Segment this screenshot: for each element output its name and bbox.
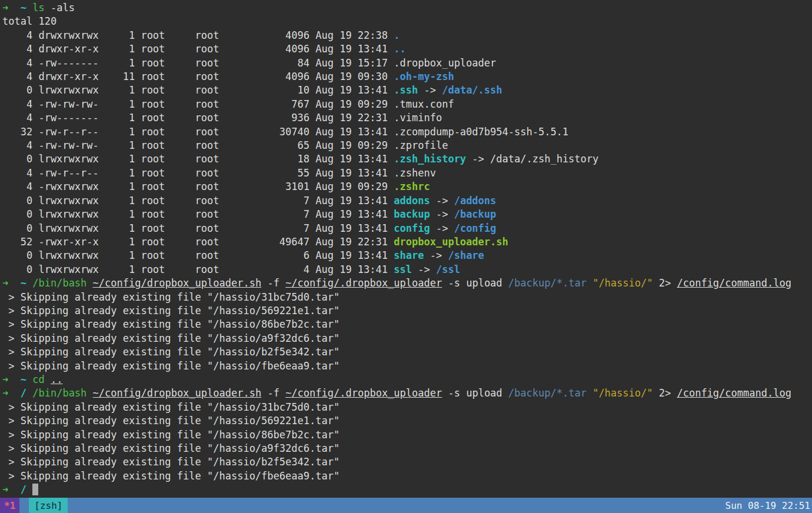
terminal-text [587, 387, 593, 399]
terminal-text: cd [32, 374, 44, 385]
file-name: ssl [394, 264, 412, 275]
terminal-line: total 120 [2, 15, 812, 28]
file-list-row: 0 lrwxrwxrwx 1 root root 7 Aug 19 13:41 … [2, 194, 812, 208]
terminal-text [26, 484, 32, 495]
terminal-text: -als [45, 2, 75, 14]
file-name: .oh-my-zsh [394, 71, 454, 82]
terminal-text: > Skipping already existing file "/hassi… [2, 470, 340, 482]
file-attributes: 0 lrwxrwxrwx 1 root root 7 Aug 19 13:41 [2, 208, 394, 220]
terminal-text [26, 387, 32, 399]
terminal-line: > Skipping already existing file "/hassi… [2, 401, 812, 414]
terminal-text: -s upload [442, 277, 508, 289]
terminal-text: ~/config/.dropbox_uploader [285, 277, 442, 289]
terminal-text: > Skipping already existing file "/hassi… [2, 429, 340, 441]
terminal-text: /backup/*.tar [508, 277, 587, 289]
file-attributes: 0 lrwxrwxrwx 1 root root 4 Aug 19 13:41 [2, 264, 394, 275]
file-list-row: 0 lrwxrwxrwx 1 root root 6 Aug 19 13:41 … [2, 249, 812, 262]
terminal-text: > Skipping already existing file "/hassi… [2, 456, 340, 468]
file-attributes: 4 -rw------- 1 root root 84 Aug 19 15:17 [2, 57, 394, 69]
terminal-text: ➜ [2, 277, 21, 289]
terminal-text [45, 374, 51, 385]
file-name: config [394, 222, 430, 234]
symlink-target: /addons [454, 195, 497, 206]
file-attributes: 0 lrwxrwxrwx 1 root root 6 Aug 19 13:41 [2, 249, 394, 261]
terminal-line: > Skipping already existing file "/hassi… [2, 414, 812, 428]
symlink-target: /backup [454, 208, 497, 220]
file-attributes: 0 lrwxrwxrwx 1 root root 7 Aug 19 13:41 [2, 222, 394, 234]
file-list-row: 0 lrwxrwxrwx 1 root root 4 Aug 19 13:41 … [2, 263, 812, 277]
file-attributes: 0 lrwxrwxrwx 1 root root 18 Aug 19 13:41 [2, 153, 394, 165]
file-name: backup [394, 208, 430, 220]
file-name: .zsh_history [394, 153, 466, 165]
terminal-line: > Skipping already existing file "/hassi… [2, 345, 812, 359]
terminal-text: 2> [653, 387, 677, 399]
terminal-text: /bin/bash [32, 387, 86, 399]
symlink-arrow: -> [430, 222, 454, 234]
file-list-row: 4 -rw------- 1 root root 936 Aug 19 22:3… [2, 111, 812, 125]
terminal-line: ➜ / [2, 483, 812, 497]
terminal-text: /backup/*.tar [508, 387, 587, 399]
terminal-text: > Skipping already existing file "/hassi… [2, 318, 340, 330]
file-name: dropbox_uploader.sh [394, 236, 508, 248]
terminal-cursor [32, 484, 38, 495]
terminal-text: / [21, 484, 26, 495]
file-name: .zshrc [394, 181, 430, 192]
symlink-arrow: -> [430, 195, 454, 206]
symlink-arrow: -> [424, 249, 448, 261]
terminal-text: ~ [21, 374, 26, 385]
terminal-text: > Skipping already existing file "/hassi… [2, 305, 340, 317]
tmux-clock: Sun 08-19 22:51 [726, 500, 812, 511]
file-attributes: 0 lrwxrwxrwx 1 root root 10 Aug 19 13:41 [2, 84, 394, 96]
terminal-text [86, 387, 92, 399]
file-attributes: 4 drwxrwxrwx 1 root root 4096 Aug 19 22:… [2, 29, 394, 41]
symlink-target: /data/.ssh [442, 84, 502, 96]
terminal-line: > Skipping already existing file "/hassi… [2, 442, 812, 455]
tmux-window-tab[interactable]: [zsh] [29, 498, 68, 513]
terminal-text: ~/config/.dropbox_uploader [285, 387, 442, 399]
file-list-row: 4 -rwxrwxrwx 1 root root 3101 Aug 19 09:… [2, 180, 812, 194]
symlink-arrow: -> [466, 153, 490, 165]
file-list-row: 0 lrwxrwxrwx 1 root root 7 Aug 19 13:41 … [2, 208, 812, 221]
terminal-text: ~/config/dropbox_uploader.sh [93, 387, 262, 399]
file-list-row: 4 -rw-rw-rw- 1 root root 767 Aug 19 09:2… [2, 98, 812, 111]
terminal-text: total 120 [2, 15, 56, 27]
file-attributes: 32 -rw-r--r-- 1 root root 30740 Aug 19 1… [2, 126, 394, 138]
terminal-line: ➜ ~ cd .. [2, 373, 812, 387]
file-attributes: 52 -rwxr-xr-x 1 root root 49647 Aug 19 2… [2, 236, 394, 248]
terminal-text: -f [261, 277, 285, 289]
file-name: .zshenv [394, 167, 436, 179]
symlink-target: /config [454, 222, 497, 234]
file-name: .viminfo [394, 112, 442, 124]
tmux-window-flag[interactable]: *1 [0, 498, 19, 513]
file-attributes: 4 -rw------- 1 root root 936 Aug 19 22:3… [2, 112, 394, 124]
terminal-screen[interactable]: ➜ ~ ls -alstotal 120 4 drwxrwxrwx 1 root… [0, 0, 812, 513]
file-list-row: 32 -rw-r--r-- 1 root root 30740 Aug 19 1… [2, 125, 812, 139]
terminal-line: ➜ ~ /bin/bash ~/config/dropbox_uploader.… [2, 277, 812, 290]
terminal-text: /config/command.log [677, 277, 791, 289]
file-attributes: 4 drwxr-xr-x 1 root root 4096 Aug 19 13:… [2, 43, 394, 55]
terminal-line: > Skipping already existing file "/hassi… [2, 304, 812, 318]
terminal-text: -s upload [442, 387, 508, 399]
symlink-target: /ssl [436, 264, 460, 275]
terminal-line: > Skipping already existing file "/hassi… [2, 455, 812, 469]
file-attributes: 4 drwxr-xr-x 11 root root 4096 Aug 19 09… [2, 71, 394, 82]
terminal-text: > Skipping already existing file "/hassi… [2, 346, 340, 358]
terminal-text: ➜ [2, 484, 21, 495]
terminal-text: ~/config/dropbox_uploader.sh [93, 277, 262, 289]
terminal-text: ➜ [2, 374, 21, 385]
terminal-text: /config/command.log [677, 387, 791, 399]
terminal-text: > Skipping already existing file "/hassi… [2, 360, 340, 372]
symlink-target: /share [448, 249, 484, 261]
file-attributes: 4 -rwxrwxrwx 1 root root 3101 Aug 19 09:… [2, 181, 394, 192]
file-name: .zprofile [394, 139, 448, 151]
terminal-text: > Skipping already existing file "/hassi… [2, 442, 340, 454]
file-list-row: 4 -rw-r--r-- 1 root root 55 Aug 19 13:41… [2, 166, 812, 180]
file-list-row: 4 -rw------- 1 root root 84 Aug 19 15:17… [2, 56, 812, 70]
terminal-text: "/hassio/" [593, 277, 653, 289]
terminal-text [26, 277, 32, 289]
file-list-row: 4 drwxr-xr-x 11 root root 4096 Aug 19 09… [2, 70, 812, 84]
file-name: .tmux.conf [394, 98, 454, 110]
file-name: .ssh [394, 84, 418, 96]
terminal-text: /bin/bash [32, 277, 86, 289]
terminal-line: > Skipping already existing file "/hassi… [2, 332, 812, 345]
